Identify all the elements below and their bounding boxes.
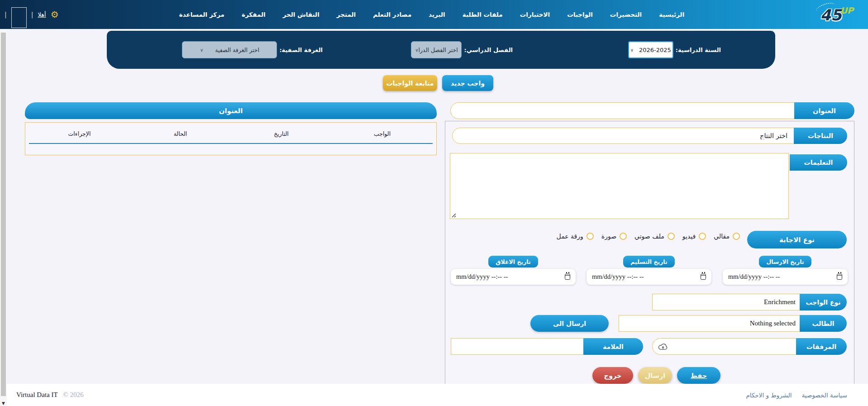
- instructions-textarea[interactable]: [450, 153, 789, 219]
- student-label: الطالب: [800, 315, 847, 332]
- send-to-button[interactable]: ارسال الى: [530, 315, 609, 332]
- nav-item-assignments[interactable]: الواجبات: [567, 11, 593, 18]
- radio-icon[interactable]: [620, 233, 627, 240]
- answer-type-audio[interactable]: ملف صوتي: [634, 233, 675, 240]
- send-date-group: تاريخ الارسال mm/dd/yyyy --:-- --: [723, 256, 848, 285]
- year-select-value: 2026-2025: [639, 47, 671, 53]
- calendar-icon[interactable]: [565, 274, 570, 280]
- chevron-down-icon: ∨: [200, 48, 203, 53]
- send-date-label: تاريخ الارسال: [759, 256, 811, 267]
- radio-icon[interactable]: [668, 233, 675, 240]
- mark-input[interactable]: [451, 338, 584, 355]
- title-input[interactable]: [450, 102, 796, 119]
- gear-icon[interactable]: ⚙: [51, 10, 59, 19]
- answer-type-video-label: فيديو: [682, 233, 696, 240]
- footer-links: سياسة الخصوصية الشروط و الاحكام: [746, 392, 847, 399]
- vertical-scrollbar[interactable]: ▼: [0, 29, 7, 406]
- semester-filter-group: الفصل الدراسي: اختر الفصل الدرا ∨: [411, 41, 513, 59]
- nav-item-learning-resources[interactable]: مصادر التعلم: [373, 11, 411, 18]
- classroom-select[interactable]: اختر الغرفة الصفية ∨: [182, 41, 277, 58]
- page: 45 UP الرئيسية التحضيرات الواجبات الاختب…: [0, 0, 868, 406]
- send-button[interactable]: ارسال: [638, 367, 672, 384]
- upload-cloud-icon: [658, 343, 668, 350]
- separator: |: [31, 11, 33, 18]
- exit-button[interactable]: خروج: [592, 367, 633, 384]
- answer-type-options: مقالي فيديو ملف صوتي صورة ورقة عمل: [557, 233, 740, 240]
- attachments-upload-area[interactable]: [652, 338, 797, 355]
- closing-date-label: تاريخ الاغلاق: [488, 256, 538, 267]
- nav-item-preparations[interactable]: التحضيرات: [610, 11, 642, 18]
- radio-icon[interactable]: [587, 233, 594, 240]
- column-actions: الإجراءات: [29, 130, 130, 137]
- calendar-icon[interactable]: [701, 274, 706, 280]
- nav-item-help-center[interactable]: مركز المساعدة: [179, 11, 224, 18]
- nav-item-store[interactable]: المتجر: [337, 11, 356, 18]
- scrollbar-down-arrow[interactable]: ▼: [0, 401, 7, 406]
- app-logo[interactable]: 45 UP: [820, 7, 854, 23]
- answer-type-video[interactable]: فيديو: [682, 233, 706, 240]
- nav-item-home[interactable]: الرئيسية: [659, 11, 684, 18]
- outcomes-label: النتاجات: [794, 128, 847, 144]
- send-date-input[interactable]: mm/dd/yyyy --:-- --: [723, 269, 848, 285]
- user-area: ⚙ أهلا | |: [5, 7, 59, 22]
- answer-type-image[interactable]: صورة: [601, 233, 627, 240]
- copyright-text: © 2026: [63, 391, 84, 399]
- delivery-date-group: تاريخ التسليم mm/dd/yyyy --:-- --: [587, 256, 711, 285]
- radio-icon[interactable]: [733, 233, 740, 240]
- send-date-value: mm/dd/yyyy --:-- --: [728, 273, 780, 281]
- company-name: Virtual Data IT: [16, 391, 58, 399]
- assignment-type-input[interactable]: [652, 294, 801, 310]
- classroom-select-value: اختر الغرفة الصفية: [215, 47, 259, 53]
- closing-date-input[interactable]: mm/dd/yyyy --:-- --: [451, 269, 576, 285]
- radio-icon[interactable]: [699, 233, 706, 240]
- main-navigation: الرئيسية التحضيرات الواجبات الاختبارات م…: [179, 11, 685, 18]
- instructions-field-wrap: [450, 153, 789, 219]
- save-button[interactable]: حفظ: [677, 367, 720, 384]
- footer-company-area: Virtual Data IT © 2026: [16, 391, 84, 399]
- column-status: الحالة: [130, 130, 231, 137]
- answer-type-image-label: صورة: [601, 233, 616, 240]
- student-input[interactable]: [619, 315, 801, 332]
- action-buttons-row: واجب جديد متابعة الواجبات: [383, 75, 493, 91]
- semester-select[interactable]: اختر الفصل الدرا ∨: [411, 41, 462, 58]
- nav-item-student-files[interactable]: ملفات الطلبة: [463, 11, 503, 18]
- assignment-type-label: نوع الواجب: [800, 294, 847, 310]
- greeting-link[interactable]: أهلا: [38, 11, 46, 18]
- answer-type-essay-label: مقالي: [714, 233, 730, 240]
- nav-item-mail[interactable]: البريد: [429, 11, 445, 18]
- semester-label: الفصل الدراسي:: [464, 47, 513, 53]
- assignments-table-header-row: الواجب التاريخ الحالة الإجراءات: [29, 123, 433, 144]
- semester-select-value: اختر الفصل الدرا: [419, 47, 458, 53]
- assignment-form-panel: النتاجات التعليمات نوع الاجابة مقالي فيد…: [445, 121, 854, 387]
- delivery-date-label: تاريخ التسليم: [623, 256, 674, 267]
- column-assignment: الواجب: [332, 130, 433, 137]
- nav-item-notebook[interactable]: المفكرة: [242, 11, 266, 18]
- answer-type-audio-label: ملف صوتي: [634, 233, 664, 240]
- form-buttons-row: حفظ ارسال خروج: [592, 367, 720, 384]
- follow-assignments-button[interactable]: متابعة الواجبات: [383, 75, 437, 91]
- top-navbar: 45 UP الرئيسية التحضيرات الواجبات الاختب…: [0, 0, 868, 29]
- mark-label: العلامة: [583, 338, 643, 355]
- new-assignment-button[interactable]: واجب جديد: [442, 75, 493, 91]
- column-date: التاريخ: [231, 130, 332, 137]
- nav-item-discussion[interactable]: النقاش الحر: [283, 11, 320, 18]
- calendar-icon[interactable]: [837, 274, 842, 280]
- scrollbar-thumb[interactable]: [1, 33, 6, 396]
- closing-date-group: تاريخ الاغلاق mm/dd/yyyy --:-- --: [451, 256, 576, 285]
- delivery-date-input[interactable]: mm/dd/yyyy --:-- --: [587, 269, 711, 285]
- delivery-date-value: mm/dd/yyyy --:-- --: [592, 273, 644, 281]
- terms-link[interactable]: الشروط و الاحكام: [746, 392, 792, 399]
- classroom-label: الغرفة الصفية:: [279, 47, 323, 53]
- assignments-list-header: العنوان: [25, 102, 437, 119]
- privacy-policy-link[interactable]: سياسة الخصوصية: [802, 392, 847, 399]
- answer-type-worksheet-label: ورقة عمل: [557, 233, 583, 240]
- instructions-label: التعليمات: [790, 154, 847, 171]
- year-filter-group: السنة الدراسية: 2026-2025 ∨: [628, 41, 721, 59]
- avatar[interactable]: [11, 7, 27, 28]
- nav-item-exams[interactable]: الاختبارات: [520, 11, 550, 18]
- outcomes-input[interactable]: [452, 128, 795, 144]
- answer-type-essay[interactable]: مقالي: [714, 233, 740, 240]
- answer-type-worksheet[interactable]: ورقة عمل: [557, 233, 594, 240]
- filter-panel: السنة الدراسية: 2026-2025 ∨ الفصل الدراس…: [107, 31, 775, 69]
- year-select[interactable]: 2026-2025 ∨: [628, 41, 673, 58]
